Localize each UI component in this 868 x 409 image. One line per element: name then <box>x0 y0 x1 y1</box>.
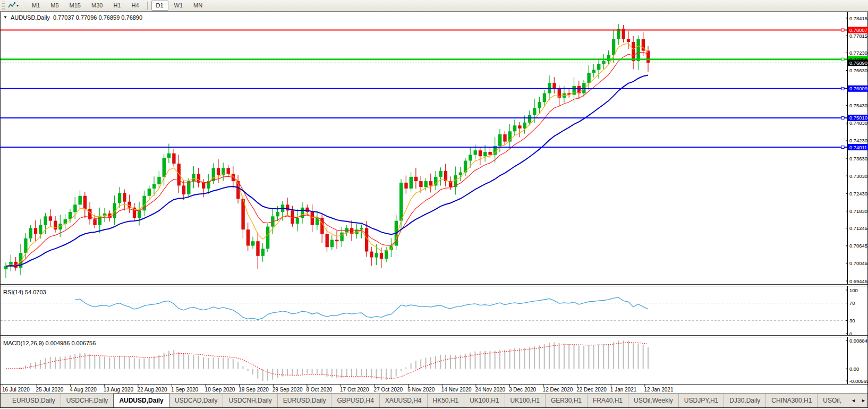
rsi-tick-label: 0 <box>849 331 852 336</box>
date-tick-label: 27 Oct 2020 <box>374 387 403 393</box>
hline-handle[interactable] <box>841 58 844 61</box>
chart-tab-eurusd-daily[interactable]: EURUSD,Daily <box>7 394 61 407</box>
date-tick-label: 24 Nov 2020 <box>475 387 505 393</box>
chart-tab-hk50-h1[interactable]: HK50,H1 <box>427 394 464 407</box>
timeframe-button-h4[interactable]: H4 <box>126 1 143 11</box>
rsi-line[interactable] <box>75 297 648 320</box>
price-tick-label: 0.76630 <box>849 67 867 73</box>
date-tick-label: 14 Nov 2020 <box>441 387 472 393</box>
price-tick-label: 0.77815 <box>849 33 867 39</box>
price-tick-label: 0.70645 <box>849 243 867 249</box>
date-tick-label: 8 Oct 2020 <box>306 387 332 393</box>
tabs-scroll-controls: ◄ ► <box>847 394 868 407</box>
price-tick-label: 0.73030 <box>849 173 867 179</box>
rsi-tick-label: 70 <box>849 300 855 306</box>
hline-handle[interactable] <box>841 29 844 31</box>
date-tick-label: 29 Sep 2020 <box>273 387 303 393</box>
date-tick-label: 4 Aug 2020 <box>70 387 97 393</box>
toolbar-separator <box>147 2 148 10</box>
price-tick-label: 0.73630 <box>849 156 867 161</box>
tabs-scroll-right-icon[interactable]: ► <box>861 398 866 403</box>
price-tick-label: 0.74830 <box>849 120 867 126</box>
timeframe-button-m30[interactable]: M30 <box>87 1 107 11</box>
toolbar-grip[interactable] <box>2 2 5 10</box>
symbol-period-label: AUDUSD,Daily <box>11 14 50 21</box>
chart-tab-usdcad-daily[interactable]: USDCAD,Daily <box>169 394 223 407</box>
macd-tick-label: 0.00 <box>849 366 859 372</box>
date-tick-label: 25 Jul 2020 <box>36 387 64 393</box>
hline-price-label: 0.76009 <box>849 86 867 91</box>
chart-tab-fra40-h1[interactable]: FRA40,H1 <box>587 394 628 407</box>
price-tick-label: 0.77230 <box>849 50 867 56</box>
date-tick-label: 13 Aug 2020 <box>104 387 134 393</box>
rsi-pane[interactable]: 10070300 <box>1 286 868 335</box>
chart-tab-dj30-daily[interactable]: DJ30,Daily <box>724 394 765 407</box>
candles[interactable] <box>4 24 650 278</box>
price-tick-label: 0.75430 <box>849 103 867 108</box>
hline-handle[interactable] <box>841 146 844 149</box>
chart-tab-usdcnh-daily[interactable]: USDCNH,Daily <box>223 394 277 407</box>
chart-tab-gbpusd-h4[interactable]: GBPUSD,H4 <box>331 394 379 407</box>
main-price-pane[interactable]: 0.784150.778150.772300.766300.754300.748… <box>1 12 868 284</box>
hline-price-label: 0.78007 <box>849 27 867 33</box>
timeframe-group-higher: D1W1MN <box>151 1 208 11</box>
chart-tab-eurusd-daily[interactable]: EURUSD,Daily <box>277 394 331 407</box>
rsi-tick-label: 100 <box>849 287 858 293</box>
chart-tab-xauusd-h4[interactable]: XAUUSD,H4 <box>379 394 427 407</box>
timeframe-group-intraday: M1M5M15M30H1H4 <box>27 1 144 11</box>
chart-tab-uk100-h1[interactable]: UK100,H1 <box>505 394 545 407</box>
timeframe-button-d1[interactable]: D1 <box>151 1 168 11</box>
date-tick-label: 10 Sep 2020 <box>205 387 235 393</box>
hline-handle[interactable] <box>841 87 844 90</box>
price-tick-label: 0.78415 <box>849 15 867 21</box>
chart-tab-uk100-h1[interactable]: UK100,H1 <box>464 394 504 407</box>
current-price-label: 0.76890 <box>849 60 867 66</box>
date-axis: 16 Jul 202025 Jul 20204 Aug 202013 Aug 2… <box>1 384 867 393</box>
macd-value-label: MACD(12,26,9) 0.004986 0.006756 <box>3 340 96 346</box>
timeframe-button-w1[interactable]: W1 <box>169 1 188 11</box>
macd-tick-label: -0.00565 <box>849 378 868 384</box>
collapse-triangle-icon[interactable]: ▼ <box>3 14 7 21</box>
timeframe-button-h1[interactable]: H1 <box>108 1 125 11</box>
chart-tab-audusd-daily[interactable]: AUDUSD,Daily <box>113 394 169 407</box>
chart-tab-usdchf-daily[interactable]: USDCHF,Daily <box>61 394 114 407</box>
price-tick-label: 0.69445 <box>849 278 867 284</box>
price-tick-label: 0.71245 <box>849 225 867 231</box>
price-tick-label: 0.71830 <box>849 208 867 214</box>
tabs-scroll-left-icon[interactable]: ◄ <box>851 398 856 403</box>
date-tick-label: 12 Dec 2020 <box>543 387 573 393</box>
toolbar-separator <box>23 2 24 10</box>
rsi-label: RSI(14) 54.0703 <box>3 289 46 295</box>
timeframe-button-m5[interactable]: M5 <box>46 1 63 11</box>
chart-tab-usoil-[interactable]: USOil, <box>817 394 847 407</box>
date-tick-label: 12 Jan 2021 <box>644 387 673 393</box>
macd-label: MACD(12,26,9) 0.004986 0.006756 <box>3 340 96 346</box>
hline-handle[interactable] <box>841 116 844 119</box>
date-tick-label: 17 Oct 2020 <box>340 387 369 393</box>
date-tick-label: 22 Aug 2020 <box>137 387 167 393</box>
chart-tab-usdjpy-h1[interactable]: USDJPY,H1 <box>678 394 724 407</box>
rsi-value-label: RSI(14) 54.0703 <box>3 289 46 295</box>
chart-tool-icon[interactable] <box>7 1 16 11</box>
chart-tab-ger30-h1[interactable]: GER30,H1 <box>545 394 587 407</box>
macd-histogram <box>6 340 648 381</box>
hline-price-label: 0.74011 <box>849 144 867 150</box>
price-tick-label: 0.74230 <box>849 138 867 143</box>
timeframe-button-m1[interactable]: M1 <box>27 1 45 11</box>
timeframe-toolbar: ▾ M1M5M15M30H1H4 D1W1MN <box>0 0 868 12</box>
date-tick-label: 5 Nov 2020 <box>407 387 435 393</box>
timeframe-button-mn[interactable]: MN <box>189 1 207 11</box>
macd-pane[interactable]: 0.008840.00-0.00565 <box>1 337 868 384</box>
chart-window: ▼ AUDUSD,Daily 0.77037 0.77096 0.76859 0… <box>0 12 868 408</box>
caret-down-icon[interactable]: ▾ <box>16 3 20 8</box>
timeframe-button-m15[interactable]: M15 <box>65 1 86 11</box>
rsi-tick-label: 30 <box>849 318 855 323</box>
line-study-icon <box>8 2 16 10</box>
chart-tab-usoil-weekly[interactable]: USOil,Weekly <box>628 394 678 407</box>
chart-tab-china300-h1[interactable]: CHINA300,H1 <box>765 394 817 407</box>
ohlc-readout: 0.77037 0.77096 0.76859 0.76890 <box>53 14 142 21</box>
price-tick-label: 0.70045 <box>849 260 867 266</box>
chart-title: ▼ AUDUSD,Daily 0.77037 0.77096 0.76859 0… <box>3 14 142 21</box>
macd-tick-label: 0.00884 <box>849 338 867 344</box>
date-tick-label: 16 Jul 2020 <box>2 387 30 393</box>
